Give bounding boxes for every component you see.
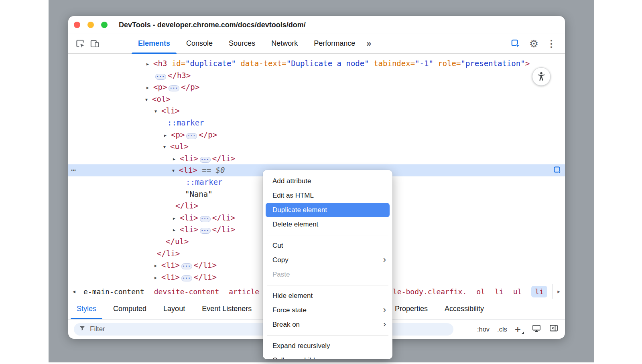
breadcrumb-item-selected[interactable]: li	[531, 286, 547, 297]
collapse-arrow-icon[interactable]: ▼	[172, 165, 179, 177]
ellipsis-expand-icon[interactable]: •••	[155, 74, 166, 80]
tab-elements[interactable]: Elements	[130, 34, 178, 54]
ellipsis-expand-icon[interactable]: •••	[200, 216, 211, 222]
zoom-window-button[interactable]	[101, 22, 108, 28]
expand-arrow-icon[interactable]: ▶	[173, 224, 180, 236]
sidebar-tab-styles[interactable]: Styles	[68, 299, 105, 319]
code-token: </li>	[212, 154, 235, 163]
expand-arrow-icon[interactable]: ▶	[154, 260, 161, 272]
submenu-chevron-icon: ›	[383, 305, 386, 314]
context-menu-item[interactable]: Collapse children	[263, 353, 392, 359]
breadcrumb-tail: rticle-body.clearfix.olliulli	[376, 284, 547, 299]
ellipsis-expand-icon[interactable]: •••	[186, 133, 197, 139]
dom-tree-row[interactable]: ▼<ol>	[68, 93, 565, 105]
breadcrumb-item[interactable]: article	[229, 287, 259, 296]
dom-tree-row[interactable]: ▼<li>	[68, 105, 565, 117]
code-token: ::marker	[167, 118, 204, 127]
code-token: ::marker	[186, 178, 223, 186]
dom-tree-row[interactable]: ▶<p>•••</p>	[68, 81, 565, 93]
context-menu-item[interactable]: Hide element	[263, 289, 392, 303]
row-more-dots[interactable]: ⋯	[71, 164, 76, 176]
ellipsis-expand-icon[interactable]: •••	[169, 85, 179, 91]
breadcrumb-item[interactable]: li	[495, 287, 504, 296]
context-menu-item[interactable]: Duplicate element	[266, 203, 390, 217]
context-menu-item[interactable]: Edit as HTML	[263, 188, 392, 203]
sidebar-tabs-left: StylesComputedLayoutEvent Listeners	[68, 299, 260, 319]
ellipsis-expand-icon[interactable]: •••	[200, 228, 211, 234]
ellipsis-expand-icon[interactable]: •••	[181, 275, 192, 281]
expand-arrow-icon[interactable]: ▶	[164, 129, 171, 142]
code-token: <h3	[153, 59, 167, 68]
context-menu-item[interactable]: Break on›	[263, 317, 392, 332]
breadcrumb-item[interactable]: devsite-content	[154, 287, 219, 296]
code-token: <li>	[161, 273, 180, 281]
code-token: </h3>	[168, 71, 191, 80]
dom-tree-row[interactable]: ▼<ul>	[68, 141, 565, 153]
breadcrumb-item[interactable]: e-main-content	[83, 287, 144, 296]
expand-arrow-icon[interactable]: ▶	[146, 58, 153, 70]
toggle-sidebar-icon[interactable]	[549, 324, 559, 335]
context-menu-item[interactable]: Cut	[263, 239, 392, 253]
breadcrumb-forward-icon[interactable]: ▶	[552, 284, 565, 299]
context-menu-item[interactable]: Delete element	[263, 217, 392, 232]
code-token: </p>	[181, 83, 199, 91]
kebab-menu-icon[interactable]: ⋮	[545, 39, 558, 49]
window-title: DevTools - developer.chrome.com/docs/dev…	[119, 21, 306, 29]
breadcrumb-item[interactable]: ol	[476, 287, 485, 296]
sidebar-tab-event-listeners[interactable]: Event Listeners	[193, 299, 260, 319]
new-style-rule-button[interactable]: +	[515, 324, 524, 334]
select-element-icon[interactable]	[553, 166, 563, 175]
accessibility-person-icon[interactable]	[532, 67, 551, 86]
ellipsis-expand-icon[interactable]: •••	[181, 263, 192, 269]
devtools-toolbar: ElementsConsoleSourcesNetworkPerformance…	[68, 34, 565, 54]
dom-tree-row[interactable]: ▶<p>•••</p>	[68, 129, 565, 141]
collapse-arrow-icon[interactable]: ▼	[154, 105, 161, 117]
code-token: <ol>	[152, 95, 171, 103]
tab-console[interactable]: Console	[178, 34, 221, 54]
breadcrumb-back-icon[interactable]: ◀	[68, 284, 80, 299]
expand-arrow-icon[interactable]: ▶	[173, 153, 180, 165]
collapse-arrow-icon[interactable]: ▼	[163, 141, 170, 153]
context-menu-item[interactable]: Copy›	[263, 253, 392, 267]
menu-divider	[267, 335, 388, 336]
dom-tree-row[interactable]: ▶<li>•••</li>	[68, 153, 565, 165]
select-element-icon[interactable]	[508, 36, 523, 51]
ellipsis-expand-icon[interactable]: •••	[200, 157, 211, 163]
code-token: </p>	[199, 130, 217, 139]
filter-funnel-icon	[79, 325, 86, 334]
toggle-hover-state-button[interactable]: :hov	[477, 326, 490, 333]
settings-gear-icon[interactable]: ⚙	[529, 38, 538, 49]
code-token: "presentation"	[461, 59, 525, 68]
breadcrumb-item[interactable]: ul	[513, 287, 522, 296]
context-menu-item[interactable]: Expand recursively	[263, 339, 392, 353]
more-tabs-icon[interactable]: »	[366, 38, 371, 49]
sidebar-tab-computed[interactable]: Computed	[105, 299, 155, 319]
expand-arrow-icon[interactable]: ▶	[154, 272, 161, 284]
minimize-window-button[interactable]	[87, 22, 94, 28]
context-menu: Add attributeEdit as HTMLDuplicate eleme…	[263, 170, 392, 359]
dom-tree-row[interactable]: ▶<h3 id="duplicate" data-text="Duplicate…	[68, 58, 565, 70]
toggle-device-toolbar-icon[interactable]	[87, 36, 102, 51]
code-token: ==	[197, 166, 216, 174]
context-menu-item[interactable]: Force state›	[263, 303, 392, 317]
sidebar-tab-layout[interactable]: Layout	[155, 299, 193, 319]
dom-tree-row[interactable]: ::marker	[68, 117, 565, 129]
rendering-emulation-icon[interactable]	[532, 324, 541, 335]
context-menu-item[interactable]: Add attribute	[263, 174, 392, 188]
tab-sources[interactable]: Sources	[221, 34, 263, 54]
collapse-arrow-icon[interactable]: ▼	[145, 94, 152, 106]
sidebar-tab-properties[interactable]: Properties	[386, 299, 436, 319]
toggle-class-button[interactable]: .cls	[497, 326, 507, 333]
expand-arrow-icon[interactable]: ▶	[173, 212, 180, 224]
inspect-element-icon[interactable]	[73, 36, 87, 51]
expand-arrow-icon[interactable]: ▶	[146, 82, 153, 94]
filter-placeholder: Filter	[90, 325, 105, 333]
sidebar-tab-accessibility[interactable]: Accessibility	[436, 299, 492, 319]
code-token: <li>	[179, 166, 197, 174]
tab-performance[interactable]: Performance	[306, 34, 363, 54]
code-token: </li>	[194, 261, 217, 269]
code-token: <li>	[180, 225, 198, 234]
tab-network[interactable]: Network	[263, 34, 306, 54]
dom-tree-row[interactable]: •••</h3>	[68, 70, 565, 82]
close-window-button[interactable]	[74, 22, 80, 28]
